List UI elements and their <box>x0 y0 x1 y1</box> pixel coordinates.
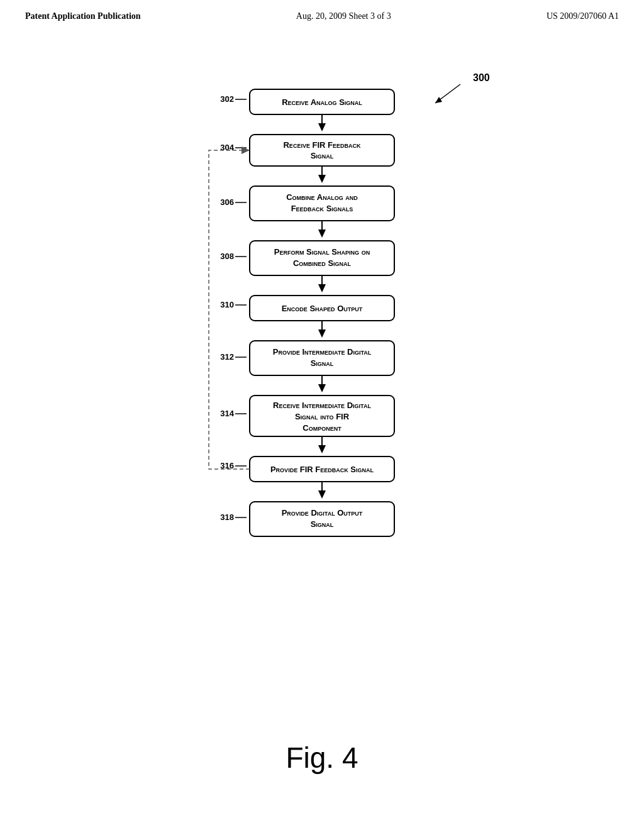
page-header: Patent Application Publication Aug. 20, … <box>0 0 644 28</box>
svg-marker-13 <box>318 284 326 292</box>
main-content: 300 302 Receive Analog Signal 304 Receiv… <box>0 28 644 775</box>
label-310: 310 <box>220 300 234 309</box>
text-302: Receive Analog Signal <box>282 97 362 107</box>
text-304a: Receive FIR Feedback <box>283 140 361 150</box>
label-318: 318 <box>220 512 234 522</box>
flowchart-svg: 300 302 Receive Analog Signal 304 Receiv… <box>102 47 542 707</box>
text-310: Encode Shaped Output <box>282 304 363 313</box>
svg-marker-19 <box>318 384 326 392</box>
header-date-sheet: Aug. 20, 2009 Sheet 3 of 3 <box>296 11 391 21</box>
svg-marker-10 <box>318 230 326 238</box>
svg-marker-4 <box>318 123 326 131</box>
label-308: 308 <box>220 252 234 261</box>
text-306a: Combine Analog and <box>286 192 358 202</box>
text-306b: Feedback Signals <box>291 204 353 213</box>
text-312a: Provide Intermediate Digital <box>273 347 372 357</box>
svg-marker-7 <box>318 175 326 183</box>
text-312b: Signal <box>311 358 334 368</box>
svg-marker-16 <box>318 329 326 338</box>
text-304b: Signal <box>311 151 334 160</box>
text-314a: Receive Intermediate Digital <box>273 401 371 410</box>
diagram-wrapper: 300 302 Receive Analog Signal 304 Receiv… <box>102 47 542 709</box>
label-302: 302 <box>220 94 234 104</box>
label-306: 306 <box>220 197 234 207</box>
text-314c: Component <box>303 423 341 433</box>
label-314: 314 <box>220 409 234 418</box>
header-publication-label: Patent Application Publication <box>25 11 141 21</box>
svg-marker-22 <box>318 445 326 453</box>
label-312: 312 <box>220 352 234 362</box>
text-318a: Provide Digital Output <box>282 508 363 517</box>
text-314b: Signal into FIR <box>295 412 350 421</box>
text-318b: Signal <box>311 519 334 529</box>
header-patent-number: US 2009/207060 A1 <box>547 11 619 21</box>
text-308a: Perform Signal Shaping on <box>274 247 370 257</box>
box-304 <box>250 135 394 166</box>
text-308b: Combined Signal <box>293 258 352 268</box>
figure-caption: Fig. 4 <box>286 741 358 775</box>
svg-marker-25 <box>318 490 326 499</box>
text-316: Provide FIR Feedback Signal <box>270 465 374 474</box>
ref-300-label: 300 <box>473 72 490 83</box>
svg-marker-1 <box>435 97 442 103</box>
